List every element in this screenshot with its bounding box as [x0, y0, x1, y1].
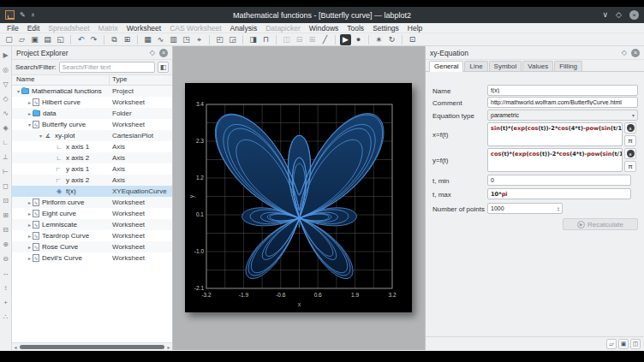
new-document-icon[interactable]: ▢	[3, 34, 15, 45]
refresh-icon[interactable]: ↻	[386, 34, 397, 45]
column-header-name[interactable]: Name	[12, 75, 110, 85]
new-page-icon[interactable]: ◰	[214, 34, 225, 45]
insert-constant-button[interactable]: π	[624, 135, 636, 146]
insert-constant-button[interactable]: π	[624, 161, 636, 172]
redo-icon[interactable]: ↷	[88, 34, 99, 45]
scrollbar-thumb[interactable]	[20, 345, 164, 349]
zoom-y-icon[interactable]: ⊞	[1, 208, 11, 223]
tree-row-butterfly-curve[interactable]: ▾∿Butterfly curveWorksheet	[12, 119, 172, 130]
draw-line-icon[interactable]: ╱	[319, 34, 331, 45]
tab-symbol[interactable]: Symbol	[489, 61, 522, 71]
explorer-hscrollbar[interactable]: ◂ ▸	[12, 342, 172, 350]
crosshair-icon[interactable]: ◎	[1, 62, 11, 77]
print-icon[interactable]: ▤	[42, 34, 53, 45]
undo-icon[interactable]: ↶	[75, 34, 86, 45]
scroll-right-icon[interactable]: ▸	[165, 344, 172, 350]
grid-layout-icon[interactable]: ⊞	[307, 34, 318, 45]
load-config-icon[interactable]: ▱	[606, 339, 617, 349]
new-matrix-icon[interactable]: ▦	[142, 34, 153, 45]
zoom-select-icon[interactable]: ●	[353, 34, 364, 45]
equation-type-select[interactable]: parametric ▾	[487, 110, 638, 121]
expand-arrow-icon[interactable]: ▸	[27, 211, 33, 217]
tree-row-y-axis-1[interactable]: ∟y axis 1Axis	[12, 163, 172, 175]
settings-gear-icon[interactable]: ∗	[373, 34, 385, 45]
t-min-field[interactable]	[487, 175, 631, 186]
tab-values[interactable]: Values	[522, 61, 553, 71]
export-image-icon[interactable]: ◨	[247, 34, 259, 45]
new-datapicker-icon[interactable]: ⌖	[194, 34, 205, 45]
horizontal-layout-icon[interactable]: ⊟	[294, 34, 305, 45]
expand-arrow-icon[interactable]: ▾	[15, 88, 21, 94]
tree-row-mathematical-functions[interactable]: ▾Mathematical functionsProject	[12, 86, 172, 97]
expand-arrow-icon[interactable]: ▾	[27, 122, 33, 128]
tree-row-f-x-[interactable]: ◈f(x)XYEquationCurve	[12, 186, 172, 197]
tree-row-hilbert-curve[interactable]: ▸∿Hilbert curveWorksheet	[12, 97, 172, 108]
shift-x-icon[interactable]: ↔	[1, 266, 11, 281]
new-notes-icon[interactable]: ▥	[168, 34, 179, 45]
tab-filling[interactable]: Filling	[554, 61, 582, 71]
navigate-pointer-icon[interactable]: ▶	[340, 34, 351, 45]
menu-tools[interactable]: Tools	[347, 24, 364, 33]
insert-function-button[interactable]: a	[624, 148, 636, 159]
zoom-in-icon[interactable]: ⊕	[1, 237, 11, 252]
expand-arrow-icon[interactable]: ▸	[27, 222, 33, 228]
diamond-tool-icon[interactable]: ◈	[1, 121, 11, 135]
tree-row-y-axis-2[interactable]: ∟y axis 2Axis	[12, 175, 172, 186]
zoom-out-icon[interactable]: ⊖	[1, 252, 11, 266]
shape-hexagon-icon[interactable]: ◇	[1, 92, 11, 106]
shade-icon[interactable]: «	[28, 13, 36, 16]
tree-row-eight-curve[interactable]: ▸∿Eight curveWorksheet	[12, 208, 172, 219]
zoom-fit-icon[interactable]: ⊟	[1, 223, 11, 237]
x-equation-field[interactable]: sin(t)*(exp(cos(t))-2*cos(4*t)-pow(sin(t…	[487, 122, 623, 146]
y-equation-field[interactable]: cos(t)*(exp(cos(t))-2*cos(4*t)-pow(sin(t…	[487, 148, 623, 172]
menu-settings[interactable]: Settings	[373, 24, 399, 33]
new-worksheet-icon[interactable]: ∿	[155, 34, 166, 45]
zoom-x-icon[interactable]: ⊡	[1, 193, 11, 208]
spinner-arrows-icon[interactable]: ▴▾	[558, 206, 559, 211]
tree-row-rose-curve[interactable]: ▸∿Rose CurveWorksheet	[12, 241, 172, 252]
new-workbook-icon[interactable]: ⧉	[109, 34, 120, 45]
new-spreadsheet-icon[interactable]: ⊞	[122, 34, 133, 45]
axis-left-icon[interactable]: ⊢	[1, 164, 11, 179]
save-icon[interactable]: ▣	[29, 34, 40, 45]
expand-arrow-icon[interactable]: ▸	[27, 255, 33, 261]
filter-options-button[interactable]: ◧	[158, 62, 169, 73]
scale-auto-icon[interactable]: ∴	[1, 310, 11, 324]
menu-worksheet[interactable]: Worksheet	[127, 24, 161, 33]
tree-row-x-axis-1[interactable]: ∟x axis 1Axis	[12, 141, 172, 152]
close-dock-icon[interactable]: ×	[159, 49, 168, 57]
close-dock-icon[interactable]: ×	[631, 49, 640, 57]
move-icon[interactable]: +	[1, 295, 11, 310]
curve-tool-icon[interactable]: ∿	[1, 106, 11, 121]
t-max-field[interactable]: 10*pi	[487, 188, 631, 199]
expand-arrow-icon[interactable]: ▾	[38, 133, 44, 139]
expand-arrow-icon[interactable]: ▸	[27, 199, 33, 205]
duplicate-page-icon[interactable]: ◲	[227, 34, 238, 45]
tab-line[interactable]: Line	[464, 61, 487, 71]
tree-row-data[interactable]: ▸dataFolder	[12, 108, 172, 119]
column-header-type[interactable]: Type	[110, 75, 172, 85]
worksheet-view[interactable]: -3.2-1.9-0.60.61.93.23.42.31.20.1-1.0-2.…	[173, 46, 426, 350]
tree-row-x-axis-2[interactable]: ∟x axis 2Axis	[12, 152, 172, 163]
tree-row-piriform-curve[interactable]: ▸∿Piriform curveWorksheet	[12, 197, 172, 208]
butterfly-plot-page[interactable]: -3.2-1.9-0.60.61.93.23.42.31.20.1-1.0-2.…	[185, 83, 412, 312]
minimize-button[interactable]: ∨	[602, 10, 608, 20]
scroll-left-icon[interactable]: ◂	[12, 344, 19, 350]
grid-count-icon[interactable]: ⊡	[407, 34, 418, 45]
maximize-button[interactable]: ◇	[616, 10, 622, 20]
tree-row-xy-plot[interactable]: ▾∡xy-plotCartesianPlot	[12, 130, 172, 141]
save-config-icon[interactable]: ▣	[618, 339, 629, 349]
expand-arrow-icon[interactable]: ▸	[27, 110, 33, 116]
print-preview-icon[interactable]: ◱	[55, 34, 66, 45]
recalculate-button[interactable]: ▶ Recalculate	[563, 218, 638, 230]
new-plot-icon[interactable]: ◳	[181, 34, 192, 45]
axis-histogram-icon[interactable]: ⊥	[1, 150, 11, 164]
float-dock-icon[interactable]: ◇	[622, 49, 627, 56]
name-field[interactable]	[487, 85, 638, 96]
expand-arrow-icon[interactable]: ▸	[27, 244, 33, 250]
select-mode-icon[interactable]: ▶	[1, 48, 11, 62]
menu-file[interactable]: File	[7, 24, 19, 33]
save-default-icon[interactable]: ◫	[630, 339, 641, 349]
comment-field[interactable]	[487, 97, 638, 108]
number-of-points-spinner[interactable]: 1000 ▴▾	[487, 203, 563, 214]
